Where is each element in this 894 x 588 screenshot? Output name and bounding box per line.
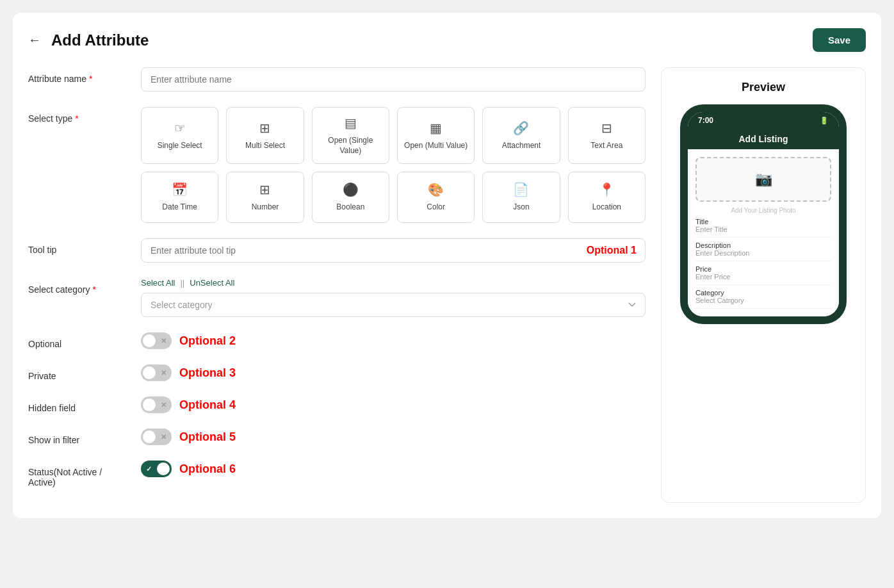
photo-placeholder: 📷 — [695, 157, 831, 202]
optional-toggle-label: Optional — [28, 332, 131, 349]
color-label: Color — [427, 202, 445, 213]
type-card-single-select[interactable]: ☞ Single Select — [141, 107, 218, 164]
location-icon: 📍 — [599, 182, 615, 197]
private-toggle-label: Private — [28, 364, 131, 381]
optional-6-label: Optional 6 — [179, 462, 236, 476]
hidden-field-row: Hidden field ✕ Optional 4 — [28, 396, 646, 413]
toggle-circle — [143, 334, 156, 347]
number-icon: ⊞ — [259, 182, 270, 197]
type-card-text-area[interactable]: ⊟ Text Area — [568, 107, 646, 164]
optional-5-label: Optional 5 — [179, 430, 236, 444]
optional-2-label: Optional 2 — [179, 334, 236, 348]
toggle-circle — [143, 430, 156, 443]
select-type-row: Select type * ☞ Single Select ⊞ Multi Se… — [28, 107, 646, 223]
text-area-label: Text Area — [590, 141, 622, 151]
type-card-open-multi[interactable]: ▦ Open (Multi Value) — [397, 107, 475, 164]
date-time-icon: 📅 — [172, 182, 188, 197]
multi-select-label: Multi Select — [245, 141, 285, 151]
private-toggle-row: ✕ Optional 3 — [141, 364, 646, 381]
optional-4-label: Optional 4 — [179, 398, 236, 412]
show-in-filter-toggle[interactable]: ✕ — [141, 429, 172, 445]
field-price: Price Enter Price — [695, 261, 831, 285]
hidden-field-toggle-label: Hidden field — [28, 396, 131, 413]
text-area-icon: ⊟ — [601, 120, 612, 136]
select-category-label: Select category * — [28, 278, 131, 295]
color-icon: 🎨 — [428, 182, 444, 197]
phone-screen: 7:00 🔋 Add Listing 📷 Add Your Listing Ph… — [688, 112, 839, 316]
back-icon: ← — [28, 33, 41, 47]
phone-title: Add Listing — [739, 134, 788, 144]
hidden-field-toggle-row: ✕ Optional 4 — [141, 396, 646, 413]
type-card-attachment[interactable]: 🔗 Attachment — [482, 107, 560, 164]
toggle-x-icon: ✕ — [161, 337, 167, 345]
select-type-label: Select type * — [28, 107, 131, 124]
type-card-open-single[interactable]: ▤ Open (Single Value) — [312, 107, 389, 164]
boolean-icon: ⚫ — [343, 182, 359, 197]
hidden-field-toggle[interactable]: ✕ — [141, 396, 172, 413]
back-button[interactable]: ← — [28, 33, 41, 47]
toggle-circle — [143, 366, 156, 379]
multi-select-icon: ⊞ — [259, 120, 270, 136]
open-single-label: Open (Single Value) — [318, 136, 384, 156]
category-links: Select All || UnSelect All — [141, 278, 646, 288]
open-single-icon: ▤ — [345, 115, 357, 131]
optional-3-label: Optional 3 — [179, 366, 236, 380]
attachment-icon: 🔗 — [513, 120, 529, 136]
phone-status-bar: 7:00 🔋 — [688, 112, 839, 129]
select-all-button[interactable]: Select All — [141, 278, 175, 288]
status-time: 7:00 — [698, 116, 713, 125]
show-in-filter-toggle-row: ✕ Optional 5 — [141, 429, 646, 445]
json-icon: 📄 — [513, 182, 529, 197]
attribute-name-input[interactable] — [141, 67, 646, 92]
attribute-name-row: Attribute name * — [28, 67, 646, 92]
type-card-json[interactable]: 📄 Json — [482, 172, 560, 223]
open-multi-icon: ▦ — [430, 120, 442, 136]
form-section: Attribute name * Select type * — [28, 67, 646, 503]
phone-content: 📷 Add Your Listing Photo Title Enter Tit… — [688, 149, 839, 316]
category-select[interactable]: Select category — [141, 293, 646, 317]
preview-fields: Title Enter Title Description Enter Desc… — [695, 214, 831, 309]
save-button[interactable]: Save — [813, 28, 866, 52]
number-label: Number — [252, 202, 279, 213]
type-card-boolean[interactable]: ⚫ Boolean — [312, 172, 389, 223]
toggle-x-icon: ✕ — [161, 401, 167, 409]
camera-icon: 📷 — [755, 171, 772, 188]
type-card-date-time[interactable]: 📅 Date Time — [141, 172, 218, 223]
toggle-circle — [157, 462, 170, 475]
open-multi-label: Open (Multi Value) — [404, 141, 467, 151]
field-category: Category Select Catrgory — [695, 285, 831, 309]
attachment-label: Attachment — [502, 141, 541, 151]
status-toggle-label: Status(Not Active / Active) — [28, 461, 131, 487]
type-card-number[interactable]: ⊞ Number — [226, 172, 304, 223]
tooltip-input[interactable] — [141, 238, 646, 263]
toggle-circle — [143, 398, 156, 411]
phone-header: Add Listing — [688, 129, 839, 149]
separator: || — [180, 278, 184, 288]
date-time-label: Date Time — [162, 202, 197, 213]
page-header: ← Add Attribute Save — [28, 28, 866, 52]
preview-title: Preview — [674, 81, 852, 94]
status-toggle[interactable]: ✓ — [141, 461, 172, 477]
page-title: Add Attribute — [51, 31, 149, 49]
status-toggle-row: ✓ Optional 6 — [141, 461, 646, 477]
status-row: Status(Not Active / Active) ✓ Optional 6 — [28, 461, 646, 487]
show-in-filter-toggle-label: Show in filter — [28, 429, 131, 445]
type-card-multi-select[interactable]: ⊞ Multi Select — [226, 107, 304, 164]
field-title: Title Enter Title — [695, 214, 831, 238]
battery-icon: 🔋 — [820, 117, 829, 125]
tooltip-optional: Optional 1 — [587, 245, 637, 256]
type-card-location[interactable]: 📍 Location — [568, 172, 646, 223]
show-in-filter-row: Show in filter ✕ Optional 5 — [28, 429, 646, 445]
type-card-color[interactable]: 🎨 Color — [397, 172, 475, 223]
type-grid: ☞ Single Select ⊞ Multi Select ▤ Open (S… — [141, 107, 646, 223]
preview-section: Preview 7:00 🔋 Add Listing 📷 — [661, 67, 866, 503]
optional-toggle[interactable]: ✕ — [141, 332, 172, 349]
location-label: Location — [592, 202, 621, 213]
unselect-all-button[interactable]: UnSelect All — [190, 278, 234, 288]
attribute-name-label: Attribute name * — [28, 67, 131, 84]
single-select-icon: ☞ — [174, 120, 186, 136]
tooltip-row: Tool tip Optional 1 — [28, 238, 646, 263]
toggle-check-icon: ✓ — [146, 465, 152, 473]
optional-row: Optional ✕ Optional 2 — [28, 332, 646, 349]
private-toggle[interactable]: ✕ — [141, 364, 172, 381]
